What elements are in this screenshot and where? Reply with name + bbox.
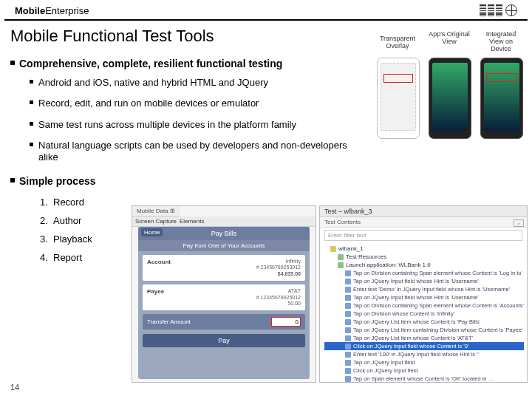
- test-tree: wlbank_1Test ResourcesLaunch application…: [320, 243, 527, 383]
- phone-label: Transparent Overlay: [375, 35, 420, 50]
- step-label: Author: [53, 215, 81, 226]
- tree-node-label: Tap on JQuery Input field: [353, 359, 415, 366]
- tree-node-icon: [345, 270, 351, 276]
- navbar-title: Pay Bills: [211, 230, 237, 237]
- list-item: Natural language scripts can be used by …: [30, 135, 366, 168]
- tree-node-label: Click on JQuery Input field whose Conten…: [353, 343, 468, 349]
- tree-node: Tap on JQuery Input field: [324, 358, 524, 366]
- tree-node: Tap on JQuery Input field whose Hint is …: [324, 277, 524, 285]
- list-item: Same test runs across multiple devices i…: [30, 115, 366, 135]
- tree-node: Launch application: WLBank 1.6: [324, 261, 524, 269]
- section2-heading: Simple process: [10, 168, 522, 190]
- tree-node-label: Tap on JQuery List item containing Divis…: [353, 327, 522, 333]
- ibm-logo: [480, 4, 502, 16]
- tree-node-icon: [345, 335, 351, 341]
- tree-node-icon: [345, 376, 351, 382]
- brand-bold: Mobile: [15, 5, 45, 16]
- tree-node-icon: [345, 360, 351, 366]
- tree-node: Tap on Division containing Span element …: [324, 301, 524, 310]
- tree-node-icon: [345, 319, 351, 325]
- row-value: Infinity # 23456789253912 $4,835.00: [256, 259, 301, 277]
- tree-node: Tap on Division whose Content is 'Infini…: [324, 310, 524, 318]
- tree-node: wlbank_1: [324, 245, 524, 253]
- mobile-data-tab: Mobile Data ⊞: [132, 206, 180, 216]
- tree-node-icon: [345, 327, 351, 333]
- row-key: Payee: [147, 288, 164, 307]
- tree-node-icon: [345, 311, 351, 317]
- tree-node: Enter text '100' in JQuery Input field w…: [324, 350, 524, 358]
- transfer-amount-input: [271, 317, 301, 327]
- phone-original: [429, 58, 471, 139]
- tree-node-label: Tap on JQuery Input field whose Hint is …: [353, 278, 479, 284]
- transfer-label: Transfer Amount: [147, 318, 191, 325]
- tree-node: Test Resources: [324, 253, 524, 261]
- brand-light: Enterprise: [45, 5, 89, 16]
- test-tab: Test – wlbank_3: [320, 206, 527, 217]
- home-button: Home: [141, 228, 163, 236]
- tree-node-label: Tap on Span element whose Content is 'OK…: [353, 375, 494, 382]
- tree-node-label: Enter text '100' in JQuery Input field w…: [353, 351, 479, 358]
- list-item: Record, edit, and run on mobile devices …: [30, 93, 366, 114]
- tree-node: Tap on JQuery List item whose Content is…: [324, 334, 524, 342]
- tree-node: Enter text 'Demo' in JQuery Input field …: [324, 285, 524, 293]
- tree-node: Tap on Division containing Span element …: [324, 269, 524, 277]
- payee-row: Payee AT&T # 12345678925012 50.00: [143, 284, 305, 310]
- tree-node: Tap on JQuery List item whose Content is…: [324, 318, 524, 326]
- tree-node-label: Tap on Division whose Content is 'Infini…: [353, 310, 454, 317]
- transfer-row: Transfer Amount: [143, 314, 305, 330]
- step-label: Record: [53, 197, 84, 208]
- globe-icon: [505, 4, 517, 16]
- tree-node-icon: [345, 287, 351, 293]
- step-label: Playback: [53, 233, 92, 245]
- tree-node-label: Tap on Division containing Span element …: [353, 270, 522, 276]
- tree-node: Click on JQuery Input field: [324, 366, 524, 375]
- phone-label: App's Original View: [427, 31, 471, 46]
- phones-illustration: Transparent Overlay App's Original View …: [372, 31, 528, 157]
- tree-node-label: Test Resources: [346, 253, 386, 260]
- step-label: Report: [53, 252, 82, 263]
- test-tree-panel: Test – wlbank_3 Test Contents ⌕ Enter fi…: [319, 205, 528, 383]
- test-subhead: Test Contents: [320, 217, 527, 228]
- row-value: AT&T # 12345678925012 50.00: [256, 288, 301, 307]
- list-item: Android and iOS, native and hybrid HTML …: [30, 72, 366, 93]
- app-subhead: Pay from One of Your Accounts: [138, 240, 310, 251]
- pay-button: Pay: [143, 334, 305, 347]
- tree-node-label: Tap on JQuery List item whose Content is…: [353, 335, 473, 341]
- tree-node-label: Tap on JQuery Input field whose Hint is …: [353, 294, 479, 301]
- filter-input: Enter filter text: [324, 230, 522, 241]
- tree-node-icon: [345, 279, 351, 284]
- tree-node: Tap on Span element whose Content is 'OK…: [324, 375, 524, 383]
- tree-node-icon: [345, 368, 351, 374]
- tree-node-label: Launch application: WLBank 1.6: [346, 262, 431, 268]
- app-navbar: Home Pay Bills: [138, 227, 310, 240]
- account-row: Account Infinity # 23456789253912 $4,835…: [143, 255, 305, 281]
- elements-button: Elements: [180, 218, 204, 225]
- page-number: 14: [10, 383, 19, 392]
- tree-node-icon: [338, 262, 344, 268]
- tree-node-label: Click on JQuery Input field: [353, 367, 418, 374]
- app-body: Home Pay Bills Pay from One of Your Acco…: [138, 227, 310, 379]
- find-icon: ⌕: [514, 219, 524, 227]
- screen-capture-button: Screen Capture: [135, 218, 177, 225]
- brand: MobileEnterprise: [15, 5, 89, 16]
- slide-header: MobileEnterprise: [4, 0, 528, 21]
- tree-node-icon: [345, 344, 351, 349]
- tree-node-icon: [338, 254, 344, 260]
- tree-node: Tap on JQuery List item containing Divis…: [324, 326, 524, 334]
- header-right: [480, 4, 517, 16]
- phone-overlay: [377, 58, 420, 139]
- tree-node-label: wlbank_1: [338, 245, 364, 252]
- tree-node-icon: [345, 295, 351, 301]
- tree-node: Click on JQuery Input field whose Conten…: [324, 342, 524, 350]
- tree-node: Tap on JQuery Input field whose Hint is …: [324, 293, 524, 301]
- tree-node-icon: [330, 246, 336, 252]
- row-key: Account: [147, 259, 171, 277]
- tree-node-label: Enter text 'Demo' in JQuery Input field …: [353, 286, 510, 293]
- screenshot-toolbar: Screen Capture Elements: [132, 216, 316, 227]
- tree-node-icon: [345, 303, 351, 309]
- tree-node-label: Tap on Division containing Span element …: [353, 302, 524, 309]
- phone-integrated: [480, 58, 523, 139]
- mobile-app-screenshot: Mobile Data ⊞ Screen Capture Elements Ho…: [132, 205, 316, 383]
- tree-node-label: Tap on JQuery List item whose Content is…: [353, 318, 480, 325]
- phone-label: Integrated View on Device: [479, 31, 523, 53]
